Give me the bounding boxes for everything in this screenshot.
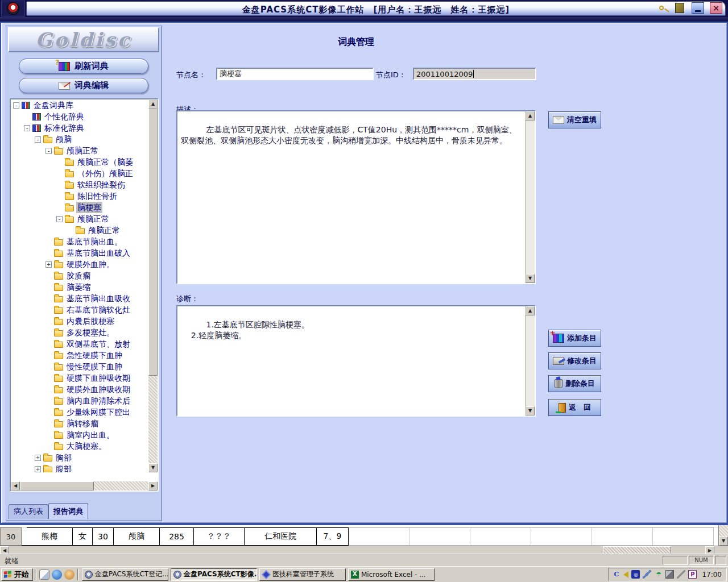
network-monitor-icon[interactable]: ◎: [631, 570, 640, 579]
tree-item[interactable]: 少量蛛网膜下腔出: [11, 406, 148, 418]
excel-cell[interactable]: [653, 527, 714, 546]
volume-icon[interactable]: [623, 571, 628, 578]
tree-item-label[interactable]: 颅脑正常: [65, 145, 100, 156]
tree-item-label[interactable]: 软组织挫裂伤: [76, 179, 126, 190]
tree-item[interactable]: 大脑梗塞。: [11, 440, 148, 452]
tree-item-label[interactable]: 慢性硬膜下血肿: [65, 361, 123, 372]
key-icon[interactable]: [655, 2, 668, 14]
task-button[interactable]: 金盘PACS系统CT登记...: [82, 568, 168, 581]
tree-item-label[interactable]: 金盘词典库: [32, 99, 75, 111]
tree-item-label[interactable]: 脑内血肿清除术后: [65, 395, 131, 406]
tree-vscroll-thumb[interactable]: [148, 109, 158, 376]
input-method-icon[interactable]: P: [688, 570, 697, 579]
scroll-up-icon[interactable]: ▲: [526, 306, 535, 315]
modify-entry-button[interactable]: 修改条目: [548, 352, 601, 369]
tree-item[interactable]: +硬膜外血肿。: [11, 259, 148, 270]
umbrella-icon[interactable]: ☂: [654, 570, 663, 579]
tree-item[interactable]: 双侧基底节、放射: [11, 338, 148, 350]
tree-item[interactable]: +腹部: [11, 463, 148, 472]
scroll-down-icon[interactable]: ▼: [526, 274, 535, 283]
tree-item-label[interactable]: 颅脑: [55, 134, 73, 145]
excel-row-header[interactable]: 30: [0, 527, 22, 546]
tree-item[interactable]: 颅脑正常: [11, 225, 148, 236]
dialer-icon[interactable]: C: [612, 570, 621, 579]
tree-item-label[interactable]: 少量蛛网膜下腔出: [65, 406, 131, 418]
tree-item-label[interactable]: （外伤）颅脑正: [76, 168, 134, 179]
tree-item-label[interactable]: 硬膜外血肿吸收期: [65, 384, 131, 395]
tab-report-dictionary[interactable]: 报告词典: [48, 503, 88, 519]
excel-cell[interactable]: [592, 527, 653, 546]
tree-item[interactable]: -颅脑正常: [11, 213, 148, 225]
tree-item[interactable]: 右基底节脑软化灶: [11, 304, 148, 315]
tree-item-label[interactable]: 脑萎缩: [65, 281, 92, 293]
tree-item[interactable]: 陈旧性骨折: [11, 190, 148, 202]
scroll-right-icon[interactable]: ▶: [148, 481, 158, 490]
tree-item[interactable]: +胸部: [11, 452, 148, 463]
tree-item-label[interactable]: 双侧基底节、放射: [65, 338, 131, 350]
scroll-down-icon[interactable]: ▼: [148, 463, 158, 472]
tree-item[interactable]: 多发梗塞灶。: [11, 327, 148, 338]
tree-item-label[interactable]: 腹部: [55, 463, 73, 472]
tree-item-label[interactable]: 基底节脑出血破入: [65, 247, 131, 259]
edit-dictionary-button[interactable]: 词典编辑: [19, 78, 148, 93]
tree-item[interactable]: -颅脑正常: [11, 145, 148, 156]
tree-item[interactable]: -金盘词典库: [11, 99, 148, 111]
refresh-dictionary-button[interactable]: 刷新词典: [19, 59, 148, 74]
expand-plus-icon[interactable]: +: [46, 261, 52, 268]
task-button[interactable]: Microsoft Excel - ...: [348, 568, 435, 581]
diagnosis-scrollbar[interactable]: ▲ ▼: [525, 306, 535, 415]
excel-cell[interactable]: [349, 527, 410, 546]
tree-item[interactable]: 基底节脑出血。: [11, 236, 148, 247]
tree-item[interactable]: -标准化辞典: [11, 122, 148, 134]
excel-cell[interactable]: ？？？: [194, 527, 245, 546]
lan-icon[interactable]: [665, 570, 674, 579]
tree-item-label[interactable]: 个性化辞典: [43, 111, 85, 122]
tree-item[interactable]: 内囊后肢梗塞: [11, 315, 148, 327]
collapse-minus-icon[interactable]: -: [24, 125, 30, 131]
tree-item[interactable]: 个性化辞典: [11, 111, 148, 122]
excel-vertical-scrollbar[interactable]: ▼: [718, 525, 728, 546]
diagnosis-textarea[interactable]: 1.左基底节区腔隙性脑梗塞。 2.轻度脑萎缩。 ▲ ▼: [176, 305, 536, 417]
show-desktop-icon[interactable]: [39, 569, 49, 580]
tree-item-label[interactable]: 陈旧性骨折: [76, 190, 118, 202]
task-button[interactable]: 医技科室管理子系统: [259, 568, 346, 581]
excel-cell[interactable]: [410, 527, 470, 546]
excel-cell[interactable]: [470, 527, 531, 546]
tree-item[interactable]: -颅脑: [11, 134, 148, 145]
pen-icon[interactable]: [643, 570, 651, 579]
tree-item[interactable]: 脑梗塞: [11, 202, 148, 213]
start-button[interactable]: 开始: [1, 568, 33, 581]
return-button[interactable]: 返 回: [548, 399, 601, 416]
close-button[interactable]: ×: [710, 2, 722, 14]
excel-cell[interactable]: 颅脑: [114, 527, 160, 546]
tree-item-label[interactable]: 胶质瘤: [65, 270, 92, 281]
collapse-minus-icon[interactable]: -: [46, 148, 52, 154]
excel-cell[interactable]: 285: [160, 527, 194, 546]
tree-item-label[interactable]: 颅脑正常: [76, 213, 110, 225]
pencil-icon[interactable]: [677, 570, 685, 579]
tree-item-label[interactable]: 颅脑正常（脑萎: [76, 156, 134, 168]
tree-item-label[interactable]: 急性硬膜下血肿: [65, 350, 123, 361]
tree-vertical-scrollbar[interactable]: ▲ ▼: [148, 99, 158, 472]
scroll-up-icon[interactable]: ▲: [148, 99, 158, 109]
tree-item-label[interactable]: 基底节脑出血。: [65, 236, 123, 247]
tree-item[interactable]: 基底节脑出血吸收: [11, 293, 148, 304]
scroll-down-icon[interactable]: ▼: [719, 537, 728, 546]
tree-item[interactable]: 脑内血肿清除术后: [11, 395, 148, 406]
delete-entry-button[interactable]: 删除条目: [548, 375, 601, 392]
excel-cell[interactable]: 7、9: [317, 527, 349, 546]
scroll-down-icon[interactable]: ▼: [526, 406, 535, 415]
clear-refill-button[interactable]: 清空重填: [548, 111, 601, 128]
tree-item-label[interactable]: 内囊后肢梗塞: [65, 315, 115, 327]
tree-item[interactable]: 软组织挫裂伤: [11, 179, 148, 190]
media-player-icon[interactable]: [64, 569, 75, 580]
tree-item-label[interactable]: 颅脑正常: [87, 225, 121, 236]
tree-item-label[interactable]: 基底节脑出血吸收: [65, 293, 131, 304]
tree-item-label[interactable]: 脑转移瘤: [65, 418, 100, 429]
tree-item[interactable]: 颅脑正常（脑萎: [11, 156, 148, 168]
tree-item[interactable]: 慢性硬膜下血肿: [11, 361, 148, 372]
excel-cell[interactable]: 女: [73, 527, 93, 546]
collapse-minus-icon[interactable]: -: [35, 136, 41, 143]
description-textarea[interactable]: 左基底节区可见斑片状、点状密度减低影，CT值20Hu，测其范围*****cm，双…: [176, 110, 536, 284]
collapse-minus-icon[interactable]: -: [13, 102, 19, 109]
